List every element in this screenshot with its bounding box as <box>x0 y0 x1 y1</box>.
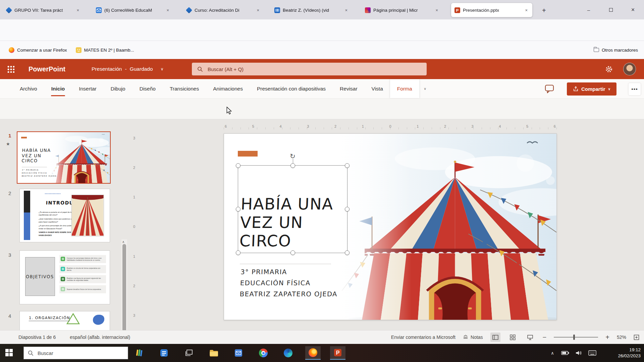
taskbar-search-box[interactable]: Buscar <box>23 347 128 359</box>
slide-thumbnail-3[interactable]: OBJETIVOS Conocer los personajes básicos… <box>19 250 110 304</box>
browser-tab-1[interactable]: GRUPO VII: Tarea práct × <box>3 3 84 17</box>
slide-canvas[interactable]: HABÍA UNAVEZ UNCIRCO 3° PRIMARIAEDUCACIÓ… <box>224 133 557 320</box>
browser-tab-2[interactable]: (6) CorreoWeb EducaM × <box>93 3 174 17</box>
sharepoint-favicon <box>186 7 192 13</box>
browser-tab-5[interactable]: Página principal | Micr × <box>362 3 443 17</box>
tab-close-icon[interactable]: × <box>75 7 80 13</box>
file-explorer-button[interactable] <box>206 346 221 360</box>
settings-gear-icon[interactable] <box>605 65 613 73</box>
zoom-slider-thumb[interactable] <box>573 335 575 340</box>
search-placeholder: Buscar (Alt + Q) <box>208 66 244 72</box>
scrollbar-thumb[interactable] <box>122 244 126 330</box>
taskbar-clock[interactable]: 19:12 26/02/2023 <box>618 347 641 359</box>
zoom-percentage[interactable]: 52% <box>617 335 626 340</box>
slide-sorter-view-button[interactable] <box>508 333 518 342</box>
tab-close-icon[interactable]: × <box>434 7 439 13</box>
zoom-slider[interactable] <box>554 337 598 338</box>
browser-tab-4[interactable]: Beatriz Z. (Vídeos) (vid × <box>271 3 352 17</box>
task-view-button[interactable] <box>181 346 197 360</box>
resize-handle-sw[interactable] <box>236 250 240 255</box>
normal-view-button[interactable] <box>490 333 500 342</box>
window-minimize-button[interactable]: – <box>584 5 594 14</box>
home-toolbar: ↶ ∨ ∨ ∨ ∨ ∨ 48 ∨ A∧ A∨ N ∨ A ∨ ••• ∨ 123… <box>0 99 644 119</box>
chrome-button[interactable] <box>256 346 271 360</box>
slide-thumbnail-4[interactable]: 1. ORGANIZACIÓN <box>19 311 110 330</box>
tab-close-icon[interactable]: × <box>165 7 170 13</box>
bookmark-mates[interactable]: MATES EN 2º | Baamb... <box>76 47 134 53</box>
tab-title: Presentación.pptx <box>463 8 521 13</box>
thumb2-side-stripe <box>24 191 30 240</box>
ribbon-tab-presentacion[interactable]: Presentación con diapositivas <box>250 79 333 98</box>
slide-thumbnail-2[interactable]: INTRODUCCIÓN ¿Te atreves a ponerte en el… <box>19 189 110 242</box>
chevron-down-icon[interactable]: ∨ <box>161 67 164 71</box>
slideshow-view-button[interactable] <box>525 333 535 342</box>
slide-thumbnail-1[interactable]: HABÍA UNAVEZ UNCIRCO 3° PRIMARIAEDUCACIÓ… <box>17 131 111 184</box>
comments-icon[interactable] <box>545 84 554 93</box>
rotation-handle-icon[interactable]: ↻ <box>290 152 296 160</box>
resize-handle-s[interactable] <box>290 250 295 255</box>
scroll-up-icon[interactable]: ∧ <box>122 240 124 244</box>
resize-handle-w[interactable] <box>236 207 240 212</box>
more-tabs-chevron-icon[interactable]: ∨ <box>424 87 426 90</box>
touch-keyboard-icon[interactable] <box>586 344 598 362</box>
resize-handle-e[interactable] <box>345 207 350 212</box>
selection-box[interactable]: ↻ <box>238 165 347 253</box>
window-close-button[interactable]: × <box>628 5 638 14</box>
ribbon-tab-vista[interactable]: Vista <box>365 79 390 98</box>
mail-app-button[interactable] <box>231 346 246 360</box>
volume-icon[interactable] <box>573 344 584 362</box>
feedback-link[interactable]: Enviar comentarios a Microsoft <box>391 335 455 340</box>
tab-close-icon[interactable]: × <box>255 7 261 13</box>
bookmark-firefox[interactable]: Comenzar a usar Firefox <box>9 47 67 53</box>
thumbnails-scrollbar[interactable]: ∧ ∨ <box>121 239 127 330</box>
animation-star-icon[interactable]: ★ <box>6 141 10 146</box>
slide-subtitle-text[interactable]: 3° PRIMARIAEDUCACIÓN FÍSICABEATRIZ ZAPAT… <box>239 266 338 300</box>
window-maximize-button[interactable] <box>606 5 616 14</box>
start-button[interactable] <box>5 349 13 357</box>
notes-button[interactable]: Notas <box>463 335 483 340</box>
user-avatar[interactable] <box>623 63 636 75</box>
powerpoint-button[interactable]: P <box>330 346 345 360</box>
ribbon-tab-archivo[interactable]: Archivo <box>13 79 44 98</box>
share-button[interactable]: Compartir ∨ <box>567 82 616 96</box>
resize-handle-se[interactable] <box>345 250 350 255</box>
ribbon-tab-insertar[interactable]: Insertar <box>72 79 104 98</box>
fit-to-window-icon[interactable] <box>634 335 639 340</box>
other-bookmarks[interactable]: Otros marcadores <box>594 48 638 53</box>
thumb1-orange-shape <box>21 137 27 138</box>
browser-tab-3[interactable]: Curso: Acreditación Di × <box>183 3 264 17</box>
slide-number-3: 3 <box>8 252 11 258</box>
ribbon-tab-revisar[interactable]: Revisar <box>333 79 365 98</box>
ribbon-tab-diseno[interactable]: Diseño <box>132 79 163 98</box>
mail-icon <box>234 349 243 357</box>
orange-rectangle-shape[interactable] <box>238 151 258 157</box>
taskbar-app-blue[interactable] <box>156 346 172 360</box>
browser-tab-active-presentation[interactable]: P Presentación.pptx × <box>451 3 532 17</box>
tray-expand-chevron-icon[interactable]: ∧ <box>547 344 557 362</box>
ribbon-tab-transiciones[interactable]: Transiciones <box>163 79 206 98</box>
edge-button[interactable] <box>280 346 296 360</box>
ribbon-tab-dibujo[interactable]: Dibujo <box>104 79 132 98</box>
tab-title: GRUPO VII: Tarea práct <box>14 8 72 13</box>
app-launcher-waffle-icon[interactable] <box>7 65 14 73</box>
language-indicator[interactable]: español (alfab. internacional) <box>70 335 130 340</box>
ribbon-tab-inicio[interactable]: Inicio <box>44 79 72 98</box>
tab-close-icon[interactable]: × <box>524 7 529 13</box>
zoom-in-button[interactable]: + <box>605 334 609 341</box>
windows-taskbar: Buscar P ∧ 19:12 26/02/2023 <box>0 344 644 362</box>
new-tab-button[interactable]: + <box>541 6 547 15</box>
document-title[interactable]: Presentación - Guardado ∨ <box>92 66 163 72</box>
taskbar-app-pencils[interactable] <box>131 346 147 360</box>
firefox-button[interactable] <box>305 346 321 360</box>
ribbon-more-button[interactable]: ••• <box>629 83 641 95</box>
thumb1-divider <box>22 167 47 167</box>
ribbon-tab-animaciones[interactable]: Animaciones <box>206 79 250 98</box>
battery-icon[interactable] <box>559 344 571 362</box>
tab-close-icon[interactable]: × <box>343 7 349 13</box>
ribbon-tab-forma-contextual[interactable]: Forma <box>390 79 419 98</box>
zoom-out-button[interactable]: − <box>543 334 547 341</box>
resize-handle-nw[interactable] <box>236 163 240 168</box>
resize-handle-n[interactable] <box>290 163 295 168</box>
search-box[interactable]: Buscar (Alt + Q) <box>192 63 427 75</box>
resize-handle-ne[interactable] <box>345 163 350 168</box>
